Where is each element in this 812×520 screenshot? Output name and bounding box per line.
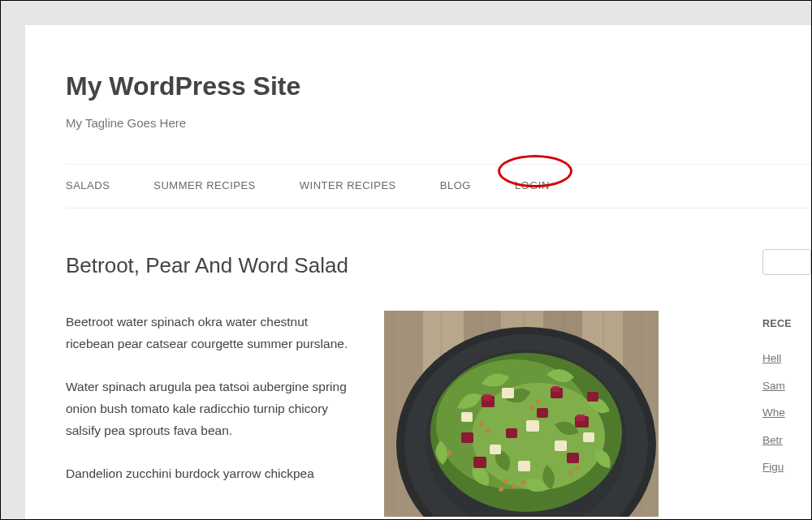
svg-point-48	[568, 471, 573, 475]
svg-point-44	[529, 406, 534, 410]
recent-posts-title: RECE	[762, 316, 811, 332]
page-content: My WordPress Site My Tagline Goes Here S…	[25, 25, 811, 520]
nav-login[interactable]: LOGIN	[515, 178, 550, 195]
svg-point-40	[503, 479, 508, 483]
svg-rect-30	[483, 394, 491, 401]
svg-point-49	[575, 466, 580, 471]
tagline: My Tagline Goes Here	[66, 114, 811, 133]
recent-post-link[interactable]: Figu	[762, 458, 811, 476]
featured-image	[384, 311, 659, 517]
svg-rect-25	[461, 432, 473, 443]
svg-point-41	[512, 483, 516, 488]
recent-posts-list: Hell Sam Whe Betr Figu	[762, 350, 811, 476]
recent-post-link[interactable]: Hell	[762, 350, 811, 367]
post-text: Beetroot water spinach okra water chestn…	[66, 311, 358, 517]
svg-point-50	[447, 450, 451, 455]
main-column: Betroot, Pear And Word Salad Beetroot wa…	[66, 249, 730, 517]
recent-post-link[interactable]: Sam	[762, 377, 811, 395]
main-nav: SALADS SUMMER RECIPES WINTER RECIPES BLO…	[66, 164, 811, 208]
svg-point-43	[499, 487, 503, 492]
svg-rect-37	[518, 461, 530, 471]
svg-rect-27	[473, 457, 486, 468]
nav-summer-recipes[interactable]: SUMMER RECIPES	[153, 178, 255, 195]
svg-rect-26	[506, 428, 517, 438]
post-title[interactable]: Betroot, Pear And Word Salad	[66, 249, 730, 283]
salad-illustration	[384, 311, 659, 517]
recent-post-link[interactable]: Whe	[762, 404, 811, 422]
site-title[interactable]: My WordPress Site	[66, 66, 811, 107]
svg-rect-38	[461, 412, 473, 422]
recent-post-link[interactable]: Betr	[762, 432, 811, 449]
svg-rect-24	[587, 392, 598, 402]
svg-rect-33	[502, 388, 514, 398]
svg-rect-34	[526, 420, 539, 432]
svg-rect-35	[555, 440, 567, 451]
svg-rect-32	[577, 415, 585, 421]
post-paragraph: Water spinach arugula pea tatsoi aubergi…	[66, 376, 358, 441]
svg-rect-39	[583, 432, 594, 442]
svg-point-45	[536, 399, 541, 404]
nav-winter-recipes[interactable]: WINTER RECIPES	[300, 178, 396, 195]
svg-rect-29	[537, 408, 548, 418]
svg-rect-28	[567, 453, 579, 463]
sidebar: RECE Hell Sam Whe Betr Figu	[762, 249, 811, 517]
nav-salads[interactable]: SALADS	[66, 178, 110, 195]
nav-blog[interactable]: BLOG	[440, 178, 471, 195]
svg-point-46	[479, 422, 484, 427]
post-paragraph: Dandelion zucchini burdock yarrow chickp…	[66, 462, 358, 484]
search-input[interactable]	[762, 249, 811, 275]
svg-point-42	[521, 480, 526, 485]
svg-rect-36	[490, 445, 501, 454]
svg-point-47	[486, 428, 490, 433]
post-paragraph: Beetroot water spinach okra water chestn…	[66, 311, 358, 355]
svg-rect-31	[552, 386, 559, 392]
